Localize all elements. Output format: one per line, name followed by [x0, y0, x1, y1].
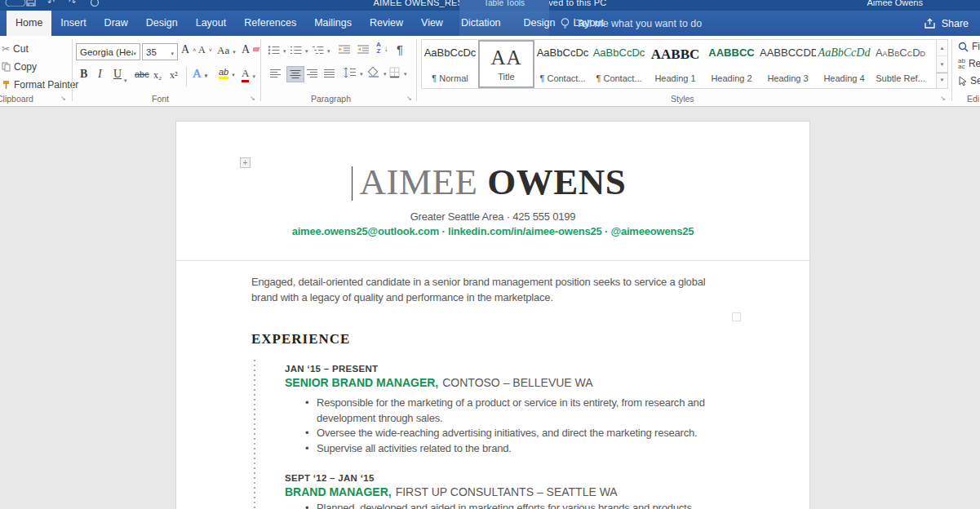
resume-last-name[interactable]: OWENS — [487, 162, 626, 202]
contact-location-phone[interactable]: Greater Seattle Area · 425 555 0199 — [176, 210, 809, 223]
italic-button[interactable]: I — [98, 68, 102, 81]
underline-button[interactable]: U — [113, 68, 122, 81]
style-normal[interactable]: AaBbCcDc ¶ Normal — [422, 40, 478, 88]
share-button[interactable]: Share — [924, 11, 969, 36]
tab-references[interactable]: References — [235, 11, 305, 36]
bullet-list-button[interactable] — [268, 44, 286, 55]
borders-icon — [389, 67, 401, 78]
underline-caret-icon[interactable] — [124, 73, 127, 85]
select-button[interactable]: Se — [958, 75, 980, 86]
lightbulb-icon — [560, 17, 570, 30]
job-company[interactable]: FIRST UP CONSULTANTS – SEATTLE WA — [396, 485, 618, 498]
subscript-button[interactable]: x₂ — [153, 69, 162, 82]
job-role[interactable]: BRAND MANAGER, — [285, 485, 392, 498]
bold-button[interactable]: B — [80, 68, 87, 81]
job-company[interactable]: CONTOSO – BELLEVUE WA — [442, 376, 592, 389]
sort-button[interactable]: A Z ↓ — [376, 42, 388, 55]
summary-paragraph[interactable]: Engaged, detail-oriented candidate in a … — [251, 275, 729, 305]
paragraph-dialog-launcher[interactable] — [406, 95, 415, 103]
tab-mailings[interactable]: Mailings — [305, 11, 361, 36]
multilevel-list-button[interactable] — [312, 44, 330, 55]
job-dates[interactable]: JAN ‘15 – PRESENT — [285, 364, 378, 374]
style-contact-2[interactable]: AaBbCcDc ¶ Contact... — [591, 40, 647, 88]
style-title[interactable]: AA Title — [478, 40, 534, 88]
find-button[interactable]: Fi — [958, 41, 980, 52]
clipboard-dialog-launcher[interactable] — [60, 95, 69, 103]
format-painter-button[interactable]: Format Painter — [2, 79, 78, 91]
job-title-line[interactable]: SENIOR BRAND MANAGER,CONTOSO – BELLEVUE … — [285, 376, 593, 389]
numbered-list-button[interactable] — [290, 44, 308, 55]
styles-dialog-launcher[interactable] — [940, 95, 948, 103]
highlight-button[interactable]: ab — [219, 67, 235, 79]
list-item[interactable]: •Supervise all activities related to the… — [305, 441, 746, 457]
contact-links[interactable]: aimee.owens25@outlook.com · linkedin.com… — [176, 225, 809, 237]
align-right-button[interactable] — [306, 69, 317, 78]
style-heading-3[interactable]: AABBCCDD Heading 3 — [760, 40, 816, 88]
style-name: ¶ Contact... — [534, 73, 591, 83]
gallery-scroll-up-icon[interactable]: ▴ — [937, 40, 947, 56]
style-contact-1[interactable]: AaBbCcDc ¶ Contact... — [534, 40, 591, 88]
superscript-button[interactable]: x² — [170, 69, 178, 82]
tab-view[interactable]: View — [412, 11, 452, 36]
tell-me-box[interactable]: Tell me what you want to do — [560, 11, 702, 36]
bullet-text[interactable]: Responsible for the marketing of a produ… — [317, 396, 746, 426]
table-resize-handle-icon[interactable] — [732, 312, 741, 321]
bullet-text[interactable]: Supervise all activities related to the … — [317, 441, 512, 457]
resume-name[interactable]: AIMEE OWENS — [176, 161, 809, 203]
select-label: Se — [970, 75, 980, 86]
clear-formatting-button[interactable]: A — [242, 43, 260, 56]
gallery-more-icon[interactable]: ▾ — [937, 73, 947, 89]
font-color-button[interactable]: A — [242, 67, 255, 82]
decrease-indent-button[interactable] — [338, 44, 351, 55]
list-item[interactable]: •Responsible for the marketing of a prod… — [305, 396, 746, 426]
tab-review[interactable]: Review — [361, 11, 412, 36]
replace-button[interactable]: abac Re — [958, 58, 980, 69]
copy-button[interactable]: Copy — [2, 61, 37, 73]
line-spacing-icon — [344, 67, 357, 78]
font-dialog-launcher[interactable] — [250, 95, 258, 103]
align-center-button[interactable] — [286, 66, 304, 82]
style-heading-1[interactable]: AABBC Heading 1 — [647, 40, 703, 88]
shading-button[interactable] — [367, 67, 387, 78]
font-size-combo[interactable]: 35 — [142, 43, 178, 60]
tab-home[interactable]: Home — [7, 11, 51, 36]
line-spacing-button[interactable] — [344, 67, 363, 78]
cut-button[interactable]: ✂ Cut — [2, 43, 29, 55]
justify-button[interactable] — [324, 69, 335, 78]
align-left-button[interactable] — [270, 69, 282, 78]
change-case-button[interactable]: Aa — [217, 44, 236, 57]
tab-layout[interactable]: Layout — [187, 11, 236, 36]
bullet-text[interactable]: Oversee the wide-reaching advertising in… — [317, 426, 697, 441]
tab-dictation[interactable]: Dictation — [452, 11, 510, 36]
grow-font-button[interactable]: A˄ — [181, 43, 196, 56]
job-dates[interactable]: SEPT ‘12 – JAN ‘15 — [285, 473, 375, 483]
style-heading-2[interactable]: AABBCC Heading 2 — [703, 40, 760, 88]
style-heading-4[interactable]: AaBbCcDd Heading 4 — [816, 40, 872, 88]
pilcrow-icon: ¶ — [397, 42, 403, 56]
style-name: Heading 1 — [647, 73, 703, 83]
strikethrough-button[interactable]: abc — [135, 69, 149, 79]
style-preview: AABBCCDD — [760, 46, 816, 59]
job-role[interactable]: SENIOR BRAND MANAGER, — [285, 376, 438, 389]
borders-button[interactable] — [389, 67, 407, 78]
user-account-name[interactable]: Aimee Owens — [867, 0, 923, 7]
job-title-line[interactable]: BRAND MANAGER,FIRST UP CONSULTANTS – SEA… — [285, 485, 618, 498]
style-preview: AABBCC — [703, 46, 760, 59]
document-page[interactable]: + AIMEE OWENS Greater Seattle Area · 425… — [175, 121, 810, 509]
tab-draw[interactable]: Draw — [95, 11, 137, 36]
tab-insert[interactable]: Insert — [51, 11, 95, 36]
tab-design[interactable]: Design — [137, 11, 187, 36]
font-name-combo[interactable]: Georgia (Hea — [76, 43, 140, 60]
experience-heading[interactable]: EXPERIENCE — [251, 331, 350, 347]
shrink-font-button[interactable]: A˅ — [198, 44, 212, 56]
bullet-text[interactable]: Planned, developed and aided in marketin… — [317, 501, 694, 509]
list-item[interactable]: •Planned, developed and aided in marketi… — [305, 501, 746, 509]
show-formatting-button[interactable]: ¶ — [397, 42, 403, 56]
resume-first-name[interactable]: AIMEE — [360, 162, 488, 202]
list-item[interactable]: •Oversee the wide-reaching advertising i… — [305, 426, 746, 441]
gallery-scroll-down-icon[interactable]: ▾ — [937, 56, 947, 73]
text-effects-button[interactable]: A — [193, 67, 207, 81]
style-subtle-reference[interactable]: AaBbCcDd Subtle Ref... — [872, 40, 929, 88]
tab-table-design[interactable]: Design — [515, 11, 565, 36]
increase-indent-button[interactable] — [357, 44, 370, 55]
